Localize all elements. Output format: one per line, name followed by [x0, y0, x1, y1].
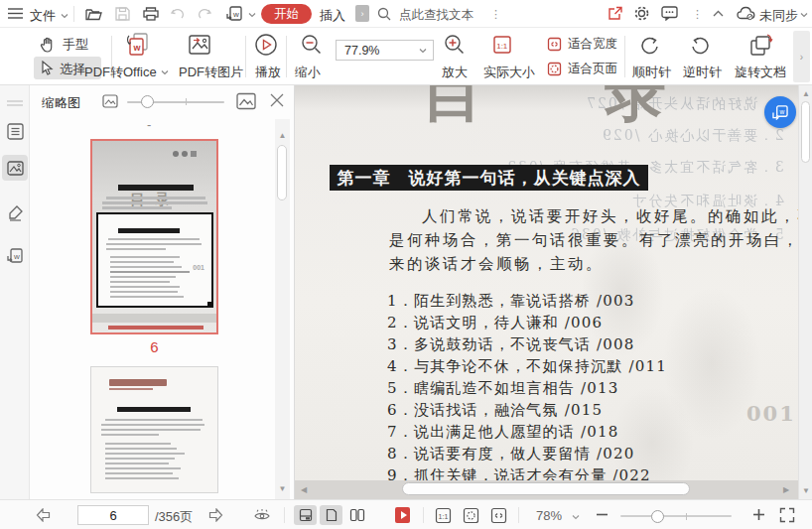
export-caret-icon[interactable] — [248, 11, 256, 19]
zoom-out-label: 缩小 — [295, 64, 321, 81]
view-mode-single-button[interactable] — [320, 505, 342, 525]
cloud-sync-icon[interactable] — [737, 6, 755, 21]
settings-gear-icon[interactable] — [633, 5, 650, 22]
print-icon[interactable] — [143, 7, 159, 21]
save-icon[interactable] — [115, 7, 130, 21]
main-menu-icon[interactable] — [8, 7, 23, 20]
fit-page-label: 适合页面 — [568, 61, 617, 77]
slideshow-play-button[interactable] — [395, 507, 410, 523]
scroll-up-icon[interactable]: ▲ — [799, 89, 812, 98]
sidebar-scroll-thumb[interactable] — [277, 145, 287, 200]
rotate-doc-button[interactable]: 旋转文档 — [735, 64, 786, 81]
sync-caret-icon[interactable] — [800, 11, 808, 19]
statusbar-zoom-slider[interactable] — [620, 515, 732, 517]
more-menu-icon[interactable]: ⋮ — [692, 9, 703, 19]
search-input[interactable]: 点此查找文本 — [399, 7, 474, 24]
rail-export-word-icon[interactable]: w — [5, 246, 25, 266]
thumb-size-large-icon[interactable] — [236, 91, 256, 115]
export-word-fab[interactable]: w — [764, 96, 796, 128]
rotate-ccw-label: 逆时针 — [683, 64, 722, 81]
share-icon[interactable] — [608, 6, 623, 21]
fit-width-label: 适合宽度 — [568, 36, 617, 53]
panel-close-icon[interactable] — [268, 91, 286, 113]
pdf-to-office-caret — [161, 68, 169, 76]
search-more-icon[interactable]: ⋮ — [490, 9, 501, 19]
sidebar-scroll-up-icon[interactable]: ▲ — [275, 131, 290, 140]
sidebar-scroll-down-icon[interactable]: ▼ — [275, 484, 290, 493]
export-to-word-icon[interactable]: w — [226, 6, 243, 22]
statusbar-zoom-value[interactable]: 78% — [536, 508, 562, 523]
zoom-in-button[interactable]: 放大 — [442, 64, 468, 81]
rotate-ccw-button[interactable]: 逆时针 — [683, 64, 722, 81]
statusbar-actual-size-button[interactable]: 1:1 — [435, 507, 452, 524]
actual-size-button[interactable]: 实际大小 — [483, 64, 535, 81]
eye-protect-icon[interactable] — [253, 508, 271, 523]
zoom-combobox[interactable]: 77.9% — [336, 40, 434, 61]
open-file-icon[interactable] — [85, 7, 102, 21]
toolbar-expand-button[interactable]: › — [793, 31, 810, 82]
thumb-line — [105, 467, 181, 469]
document-viewer: 1．说好的话从头开始 /027 2．要善于以心换心 /029 3．客气话不宜太多… — [295, 85, 812, 499]
thumb-line — [105, 419, 203, 421]
sync-status[interactable]: 未同步 — [759, 7, 798, 25]
page-folio-number: 001 — [746, 401, 796, 426]
pdf-to-office-button[interactable]: PDF转Office — [84, 64, 169, 81]
file-menu[interactable]: 文件 — [30, 7, 68, 25]
fit-page-button[interactable]: 适合页面 — [547, 61, 617, 77]
sign-pen-icon[interactable] — [5, 202, 25, 222]
zoom-out-icon — [301, 34, 322, 55]
viewport-resize-handle[interactable] — [207, 302, 213, 308]
thumbnail-page-6[interactable]: 目录 — [90, 139, 218, 334]
vertical-scrollbar[interactable]: ▲ ▼ — [798, 85, 812, 499]
thumbnail-page-7[interactable] — [90, 366, 218, 493]
scroll-left-icon[interactable]: ◀ — [299, 485, 309, 494]
titlebar: 文件 w 开始 插入 › — [0, 0, 812, 28]
hand-tool-button[interactable]: 手型 — [40, 36, 88, 54]
bookmarks-panel-icon[interactable] — [5, 121, 25, 141]
statusbar-fit-width-button[interactable] — [490, 507, 507, 524]
zoom-combobox-value: 77.9% — [344, 44, 379, 58]
prev-page-button[interactable] — [36, 508, 51, 522]
play-button[interactable]: 播放 — [255, 64, 281, 81]
titlebar-separator — [73, 6, 74, 22]
sidebar-scrollbar[interactable]: ▲ ▼ — [275, 119, 290, 499]
fit-width-icon — [547, 37, 562, 52]
redo-icon[interactable] — [197, 8, 211, 20]
view-mode-double-button[interactable] — [345, 505, 368, 525]
thumb-size-small-icon[interactable] — [102, 93, 118, 113]
statusbar-zoom-out-button[interactable] — [596, 508, 609, 521]
fullscreen-button[interactable] — [779, 507, 795, 523]
rail-drag-handle[interactable] — [5, 93, 25, 113]
vertical-scroll-thumb[interactable] — [801, 101, 810, 163]
view-mode-scroll-button[interactable] — [294, 505, 317, 525]
thumb-size-slider-knob[interactable] — [141, 95, 154, 108]
thumbnails-panel-icon[interactable] — [5, 158, 25, 178]
scroll-right-icon[interactable]: ▶ — [781, 485, 791, 494]
thumb-line — [110, 296, 184, 298]
scroll-down-icon[interactable]: ▼ — [799, 486, 812, 495]
zoom-out-button[interactable]: 缩小 — [295, 64, 321, 81]
next-page-button[interactable] — [208, 508, 223, 522]
tab-overflow-button[interactable]: › — [355, 5, 369, 22]
search-icon[interactable] — [377, 7, 391, 21]
collapse-ribbon-icon[interactable] — [713, 10, 724, 17]
statusbar-zoom-in-button[interactable] — [752, 508, 765, 521]
tab-insert[interactable]: 插入 — [320, 7, 345, 25]
toolbar-separator — [245, 36, 246, 77]
fit-width-button[interactable]: 适合宽度 — [547, 36, 617, 53]
thumbnail-viewport-indicator[interactable]: 001 — [96, 212, 213, 308]
rotate-cw-label: 顺时针 — [632, 64, 671, 81]
page-number-input[interactable] — [77, 505, 149, 525]
pdf-to-image-button[interactable]: PDF转图片 — [179, 64, 243, 81]
tab-start[interactable]: 开始 — [261, 4, 312, 24]
statusbar-fit-page-button[interactable] — [463, 507, 479, 524]
horizontal-scroll-thumb[interactable] — [402, 482, 690, 495]
thumb-line — [106, 248, 166, 250]
comment-icon[interactable] — [661, 6, 678, 21]
statusbar-zoom-slider-knob[interactable] — [651, 510, 664, 523]
undo-icon[interactable] — [171, 8, 186, 20]
pdf-page[interactable]: 1．说好的话从头开始 /027 2．要善于以心换心 /029 3．客气话不宜太多… — [295, 85, 798, 480]
statusbar-zoom-caret-icon[interactable] — [572, 513, 580, 521]
rotate-cw-button[interactable]: 顺时针 — [632, 64, 671, 81]
horizontal-scrollbar[interactable]: ◀ ▶ — [295, 480, 798, 499]
